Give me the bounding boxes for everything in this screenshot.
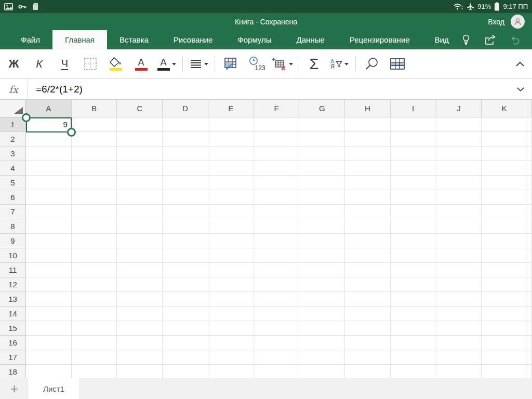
cell-B2[interactable] [72, 132, 117, 147]
cell-F7[interactable] [254, 205, 300, 219]
cell-A5[interactable] [26, 176, 72, 190]
row-header-7[interactable]: 7 [0, 205, 26, 219]
cell-I1[interactable] [391, 117, 436, 132]
cell-H17[interactable] [345, 350, 391, 365]
cell-B6[interactable] [72, 190, 117, 205]
cell-A13[interactable] [26, 292, 72, 307]
ribbon-tab-view[interactable]: Вид [422, 30, 461, 49]
cell-C16[interactable] [117, 336, 163, 350]
selection-handle-top-left[interactable] [22, 113, 31, 122]
row-header-9[interactable]: 9 [0, 234, 26, 248]
cell-A18[interactable] [26, 365, 72, 378]
font-color-button[interactable]: А [128, 52, 154, 76]
cell-F5[interactable] [254, 176, 300, 190]
cell-C17[interactable] [117, 350, 163, 365]
cell-K15[interactable] [482, 321, 527, 336]
formula-bar[interactable]: fx =6/2*(1+2) [0, 79, 532, 100]
cell-A14[interactable] [26, 307, 72, 321]
row-header-14[interactable]: 14 [0, 307, 26, 321]
cell-C5[interactable] [117, 176, 163, 190]
cell-J4[interactable] [436, 161, 482, 176]
cell-C13[interactable] [117, 292, 163, 307]
cell-K16[interactable] [482, 336, 527, 350]
cell-E6[interactable] [208, 190, 254, 205]
collapse-ribbon-button[interactable] [509, 52, 531, 76]
cell-G10[interactable] [299, 248, 345, 263]
cell-H1[interactable] [345, 117, 391, 132]
cell-C12[interactable] [117, 277, 163, 292]
sort-filter-button[interactable]: А Я [327, 52, 352, 76]
cell-E16[interactable] [208, 336, 254, 350]
cell-B13[interactable] [72, 292, 117, 307]
cell-J11[interactable] [436, 263, 482, 277]
cell-K6[interactable] [482, 190, 527, 205]
cell-H4[interactable] [345, 161, 391, 176]
cell-E3[interactable] [208, 147, 254, 161]
italic-button[interactable]: К [26, 52, 52, 76]
cell-E1[interactable] [208, 117, 254, 132]
column-header-B[interactable]: B [72, 100, 117, 117]
cell-E14[interactable] [208, 307, 254, 321]
cell-K5[interactable] [482, 176, 527, 190]
column-header-C[interactable]: C [117, 100, 163, 117]
row-header-3[interactable]: 3 [0, 147, 26, 161]
cell-B5[interactable] [72, 176, 117, 190]
cell-I12[interactable] [391, 277, 436, 292]
cell-I11[interactable] [391, 263, 436, 277]
cell-H2[interactable] [345, 132, 391, 147]
ribbon-tab-home[interactable]: Главная [52, 30, 107, 49]
cell-B14[interactable] [72, 307, 117, 321]
alignment-button[interactable] [186, 52, 211, 76]
cell-K7[interactable] [482, 205, 527, 219]
cell-K10[interactable] [482, 248, 527, 263]
cell-A17[interactable] [26, 350, 72, 365]
row-header-11[interactable]: 11 [0, 263, 26, 277]
cell-D14[interactable] [163, 307, 208, 321]
cell-G2[interactable] [299, 132, 345, 147]
ribbon-tab-insert[interactable]: Вставка [107, 30, 161, 49]
undo-icon[interactable] [510, 35, 522, 45]
cell-D15[interactable] [163, 321, 208, 336]
row-header-16[interactable]: 16 [0, 336, 26, 350]
cell-D17[interactable] [163, 350, 208, 365]
cell-D3[interactable] [163, 147, 208, 161]
cell-G7[interactable] [299, 205, 345, 219]
cell-J18[interactable] [436, 365, 482, 378]
cell-E15[interactable] [208, 321, 254, 336]
cell-J14[interactable] [436, 307, 482, 321]
cell-A16[interactable] [26, 336, 72, 350]
cell-I8[interactable] [391, 219, 436, 234]
cell-F10[interactable] [254, 248, 300, 263]
cell-F8[interactable] [254, 219, 300, 234]
cell-E17[interactable] [208, 350, 254, 365]
cell-D4[interactable] [163, 161, 208, 176]
cell-J6[interactable] [436, 190, 482, 205]
cell-A10[interactable] [26, 248, 72, 263]
ribbon-tab-formulas[interactable]: Формулы [225, 30, 284, 49]
cell-J13[interactable] [436, 292, 482, 307]
cell-K9[interactable] [482, 234, 527, 248]
cell-I17[interactable] [391, 350, 436, 365]
cell-H6[interactable] [345, 190, 391, 205]
cell-H3[interactable] [345, 147, 391, 161]
row-header-13[interactable]: 13 [0, 292, 26, 307]
cell-C6[interactable] [117, 190, 163, 205]
cell-C1[interactable] [117, 117, 163, 132]
cell-B1[interactable] [72, 117, 117, 132]
cell-D12[interactable] [163, 277, 208, 292]
cell-C2[interactable] [117, 132, 163, 147]
sheet-tab-1[interactable]: Лист1 [29, 378, 79, 399]
cell-F14[interactable] [254, 307, 300, 321]
cell-J10[interactable] [436, 248, 482, 263]
row-header-17[interactable]: 17 [0, 350, 26, 365]
cell-B10[interactable] [72, 248, 117, 263]
cell-K12[interactable] [482, 277, 527, 292]
cell-C15[interactable] [117, 321, 163, 336]
cell-B11[interactable] [72, 263, 117, 277]
cell-G17[interactable] [299, 350, 345, 365]
cell-H12[interactable] [345, 277, 391, 292]
insert-delete-cells-button[interactable] [269, 52, 295, 76]
cell-J7[interactable] [436, 205, 482, 219]
cell-H14[interactable] [345, 307, 391, 321]
selection-box[interactable] [26, 117, 72, 132]
